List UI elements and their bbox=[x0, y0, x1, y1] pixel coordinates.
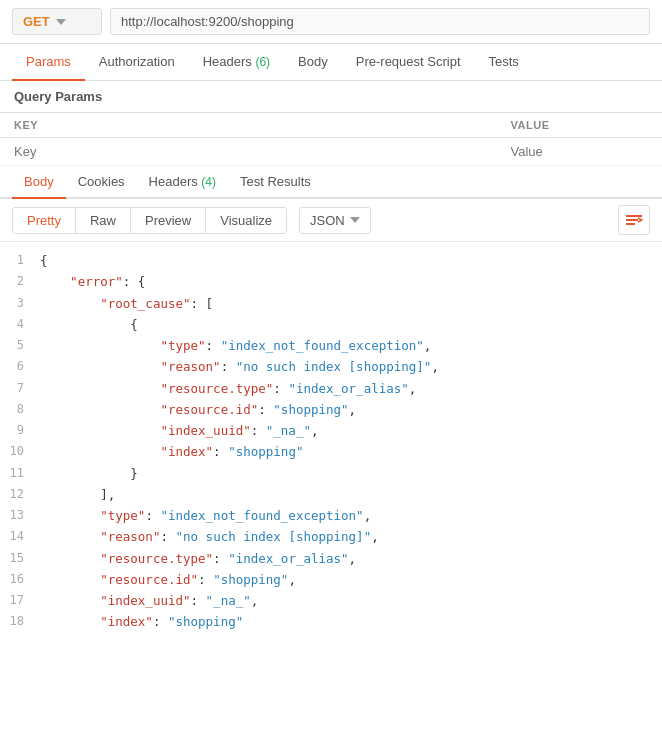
json-line-8: 8 "resource.id": "shopping", bbox=[0, 399, 662, 420]
json-line-12: 12 ], bbox=[0, 484, 662, 505]
json-viewer: 1 { 2 "error": { 3 "root_cause": [ 4 { 5… bbox=[0, 242, 662, 641]
format-visualize[interactable]: Visualize bbox=[206, 208, 286, 233]
json-line-17: 17 "index_uuid": "_na_", bbox=[0, 590, 662, 611]
format-group: Pretty Raw Preview Visualize bbox=[12, 207, 287, 234]
format-preview[interactable]: Preview bbox=[131, 208, 206, 233]
request-tab-bar: Params Authorization Headers (6) Body Pr… bbox=[0, 44, 662, 81]
tab-params[interactable]: Params bbox=[12, 44, 85, 81]
json-line-1: 1 { bbox=[0, 250, 662, 271]
json-line-10: 10 "index": "shopping" bbox=[0, 441, 662, 462]
json-line-7: 7 "resource.type": "index_or_alias", bbox=[0, 378, 662, 399]
value-header: VALUE bbox=[497, 113, 663, 138]
tab-body[interactable]: Body bbox=[284, 44, 342, 81]
wrap-button[interactable] bbox=[618, 205, 650, 235]
json-chevron-icon bbox=[350, 217, 360, 223]
method-label: GET bbox=[23, 14, 50, 29]
params-table: KEY VALUE bbox=[0, 113, 662, 166]
json-line-9: 9 "index_uuid": "_na_", bbox=[0, 420, 662, 441]
response-tab-cookies[interactable]: Cookies bbox=[66, 166, 137, 199]
json-line-18: 18 "index": "shopping" bbox=[0, 611, 662, 632]
url-input[interactable] bbox=[110, 8, 650, 35]
json-line-13: 13 "type": "index_not_found_exception", bbox=[0, 505, 662, 526]
url-bar: GET bbox=[0, 0, 662, 44]
json-line-2: 2 "error": { bbox=[0, 271, 662, 292]
key-input-cell bbox=[0, 138, 497, 166]
tab-authorization[interactable]: Authorization bbox=[85, 44, 189, 81]
tab-tests[interactable]: Tests bbox=[475, 44, 533, 81]
value-input[interactable] bbox=[511, 144, 649, 159]
json-line-5: 5 "type": "index_not_found_exception", bbox=[0, 335, 662, 356]
json-type-label: JSON bbox=[310, 213, 345, 228]
tab-headers[interactable]: Headers (6) bbox=[189, 44, 284, 81]
json-line-11: 11 } bbox=[0, 463, 662, 484]
format-raw[interactable]: Raw bbox=[76, 208, 131, 233]
query-params-title: Query Params bbox=[0, 81, 662, 113]
params-row bbox=[0, 138, 662, 166]
json-line-16: 16 "resource.id": "shopping", bbox=[0, 569, 662, 590]
key-input[interactable] bbox=[14, 144, 483, 159]
method-select[interactable]: GET bbox=[12, 8, 102, 35]
response-tab-bar: Body Cookies Headers (4) Test Results bbox=[0, 166, 662, 199]
value-input-cell bbox=[497, 138, 663, 166]
tab-prerequest[interactable]: Pre-request Script bbox=[342, 44, 475, 81]
json-type-select[interactable]: JSON bbox=[299, 207, 371, 234]
format-pretty[interactable]: Pretty bbox=[13, 208, 76, 233]
json-line-3: 3 "root_cause": [ bbox=[0, 293, 662, 314]
key-header: KEY bbox=[0, 113, 497, 138]
json-line-15: 15 "resource.type": "index_or_alias", bbox=[0, 548, 662, 569]
chevron-down-icon bbox=[56, 19, 66, 25]
response-tab-test-results[interactable]: Test Results bbox=[228, 166, 323, 199]
response-tab-body[interactable]: Body bbox=[12, 166, 66, 199]
response-tab-headers[interactable]: Headers (4) bbox=[137, 166, 228, 199]
json-line-6: 6 "reason": "no such index [shopping]", bbox=[0, 356, 662, 377]
format-bar: Pretty Raw Preview Visualize JSON bbox=[0, 199, 662, 242]
wrap-icon bbox=[625, 213, 643, 227]
json-line-4: 4 { bbox=[0, 314, 662, 335]
json-line-14: 14 "reason": "no such index [shopping]", bbox=[0, 526, 662, 547]
